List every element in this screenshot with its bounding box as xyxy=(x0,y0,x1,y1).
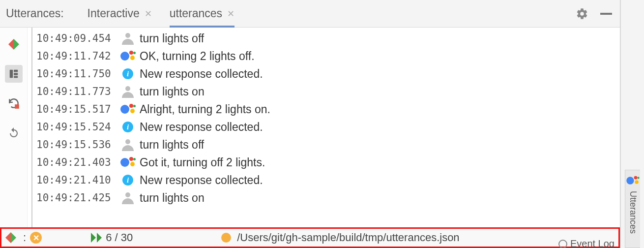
user-icon xyxy=(122,32,134,44)
event-log-label: Event Log xyxy=(570,238,615,248)
tab-interactive[interactable]: Interactive ✕ xyxy=(88,0,152,27)
run-arrows-icon[interactable] xyxy=(5,232,16,243)
info-icon: i xyxy=(122,68,133,79)
user-icon xyxy=(122,192,134,204)
svg-rect-0 xyxy=(9,70,12,78)
user-icon xyxy=(122,86,134,97)
log-view[interactable]: 10:49:09.454turn lights off10:49:11.742O… xyxy=(31,28,620,227)
assistant-icon xyxy=(120,50,135,62)
layout-icon xyxy=(8,68,19,79)
panel-header: Utterances: Interactive ✕ utterances ✕ xyxy=(0,0,620,28)
log-message: Alright, turning 2 lights on. xyxy=(140,103,270,116)
tab-utterances[interactable]: utterances ✕ xyxy=(170,0,234,27)
fast-forward-icon[interactable] xyxy=(91,233,102,243)
close-icon[interactable]: ✕ xyxy=(145,8,152,19)
timestamp: 10:49:11.773 xyxy=(36,86,119,97)
timestamp: 10:49:15.524 xyxy=(36,121,119,133)
log-message: turn lights off xyxy=(140,138,204,152)
timestamp: 10:49:21.410 xyxy=(36,174,119,186)
log-row: 10:49:11.773turn lights on xyxy=(32,83,620,100)
refresh-button[interactable] xyxy=(5,94,23,112)
svg-rect-3 xyxy=(14,76,18,78)
timestamp: 10:49:11.742 xyxy=(36,50,119,62)
info-icon: i xyxy=(122,122,133,132)
timestamp: 10:49:15.536 xyxy=(36,139,119,151)
log-row: 10:49:21.425turn lights on xyxy=(32,189,620,207)
log-message: OK, turning 2 lights off. xyxy=(140,50,255,63)
gear-icon[interactable] xyxy=(576,7,588,20)
assistant-icon xyxy=(120,103,135,116)
log-row: 10:49:21.410iNew response collected. xyxy=(32,171,620,189)
right-gutter: Utterances xyxy=(620,0,644,248)
log-row: 10:49:15.517Alright, turning 2 lights on… xyxy=(32,100,620,118)
timestamp: 10:49:21.403 xyxy=(36,156,119,168)
timestamp: 10:49:21.425 xyxy=(36,192,119,204)
progress-counter: 6 / 30 xyxy=(106,231,133,244)
event-log-icon xyxy=(558,240,567,248)
log-row: 10:49:09.454turn lights off xyxy=(32,30,620,47)
tab-label: Interactive xyxy=(88,7,140,20)
timestamp: 10:49:11.750 xyxy=(36,68,119,80)
run-button[interactable] xyxy=(5,35,23,53)
undo-icon xyxy=(8,127,20,139)
log-message: Got it, turning off 2 lights. xyxy=(140,156,265,169)
svg-rect-1 xyxy=(14,70,18,72)
close-icon[interactable]: ✕ xyxy=(227,8,234,19)
svg-rect-2 xyxy=(14,73,18,75)
log-row: 10:49:21.403Got it, turning off 2 lights… xyxy=(32,154,620,171)
log-message: New response collected. xyxy=(140,121,263,134)
layout-button[interactable] xyxy=(5,65,23,83)
log-message: turn lights off xyxy=(140,32,204,45)
user-icon xyxy=(122,139,134,151)
undo-button[interactable] xyxy=(5,124,23,142)
tab-label: utterances xyxy=(170,7,222,20)
event-log-link[interactable]: Event Log xyxy=(558,238,615,248)
log-message: turn lights on xyxy=(140,85,205,98)
panel-title: Utterances: xyxy=(6,7,64,20)
timestamp: 10:49:09.454 xyxy=(36,32,119,44)
separator: : xyxy=(23,231,26,244)
svg-rect-4 xyxy=(15,104,19,109)
status-bar: : ✕ 6 / 30 /Users/git/gh-sample/build/tm… xyxy=(0,227,620,248)
log-row: 10:49:15.536turn lights off xyxy=(32,136,620,154)
log-message: New response collected. xyxy=(140,67,263,81)
minimize-icon[interactable] xyxy=(600,13,612,15)
timestamp: 10:49:15.517 xyxy=(36,103,119,115)
log-row: 10:49:15.524iNew response collected. xyxy=(32,118,620,136)
log-row: 10:49:11.742OK, turning 2 lights off. xyxy=(32,47,620,65)
run-arrows-icon xyxy=(8,39,19,50)
log-row: 10:49:11.750iNew response collected. xyxy=(32,65,620,83)
file-path: /Users/git/gh-sample/build/tmp/utterance… xyxy=(237,231,459,244)
log-message: New response collected. xyxy=(140,174,263,187)
left-toolbar xyxy=(0,28,28,227)
assistant-icon xyxy=(120,156,135,169)
refresh-stop-icon xyxy=(7,97,20,110)
log-message: turn lights on xyxy=(140,191,205,205)
side-tab-utterances[interactable]: Utterances xyxy=(625,170,640,248)
status-dot-icon xyxy=(221,233,231,243)
assistant-icon xyxy=(626,175,639,186)
side-tab-label: Utterances xyxy=(628,191,638,234)
cancel-icon[interactable]: ✕ xyxy=(30,232,42,244)
info-icon: i xyxy=(122,175,133,186)
